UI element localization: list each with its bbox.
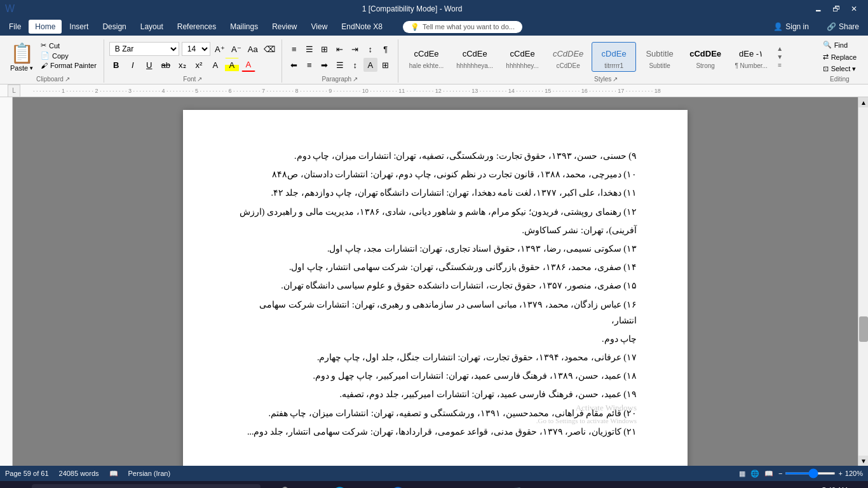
shading-button[interactable]: A	[363, 58, 377, 72]
cut-button[interactable]: ✂ Cut	[39, 41, 98, 50]
style-item-heading2[interactable]: cCdEe hhhhhhey...	[500, 42, 545, 72]
sort-button[interactable]: ↕	[363, 42, 377, 56]
decrease-indent-button[interactable]: ⇤	[333, 42, 347, 56]
justify-button[interactable]: ☰	[333, 58, 347, 72]
menu-item-review[interactable]: Review	[266, 20, 303, 34]
menu-item-layout[interactable]: Layout	[134, 20, 170, 34]
format-painter-button[interactable]: 🖌 Format Painter	[39, 61, 98, 70]
paste-button[interactable]: 📋 Paste ▼	[8, 41, 36, 73]
document-page[interactable]: ۹) حسنی، حسن، ۱۳۹۳، حقوق تجارت: ورشکستگی…	[183, 110, 688, 466]
line-spacing-button[interactable]: ↕	[348, 58, 362, 72]
font-expand-icon[interactable]: ↗	[197, 76, 202, 83]
ribbon-content: 📋 Paste ▼ ✂ Cut 📄 Copy	[0, 38, 868, 84]
style-item-italic[interactable]: cCdDEe cCdDEe	[546, 42, 590, 72]
multilevel-list-button[interactable]: ⊞	[318, 42, 332, 56]
strikethrough-button[interactable]: ab	[159, 58, 173, 72]
vertical-scrollbar[interactable]: ▲ ▼	[858, 97, 868, 466]
style-preview-subtitle: Subtitle	[646, 44, 673, 62]
replace-button[interactable]: ⇄ Replace	[819, 51, 860, 62]
decrease-font-button[interactable]: A⁻	[229, 42, 243, 56]
signin-button[interactable]: 👤 Sign in	[767, 20, 815, 34]
menu-item-insert[interactable]: Insert	[63, 20, 95, 34]
close-button[interactable]: ✕	[845, 0, 863, 18]
styles-expand-icon[interactable]: ↗	[613, 76, 618, 83]
scroll-down-icon[interactable]: ▼	[776, 53, 783, 60]
style-item-titrrr[interactable]: cDdEe titrrrrr1	[592, 42, 636, 72]
scroll-thumb[interactable]	[859, 316, 868, 342]
bold-button[interactable]: B	[109, 58, 123, 72]
border-button[interactable]: ⊞	[379, 58, 393, 72]
text-highlight-button[interactable]: A	[225, 58, 239, 72]
scroll-track[interactable]	[858, 107, 868, 456]
menu-item-references[interactable]: References	[171, 20, 222, 34]
menu-item-view[interactable]: View	[305, 20, 334, 34]
scroll-up-button[interactable]: ▲	[858, 97, 868, 107]
align-center-button[interactable]: ≡	[302, 58, 316, 72]
numbering-button[interactable]: ☰	[302, 42, 316, 56]
bullets-button[interactable]: ≡	[287, 42, 301, 56]
align-right-button[interactable]: ➡	[318, 58, 332, 72]
menu-item-design[interactable]: Design	[96, 20, 132, 34]
copy-button[interactable]: 📄 Copy	[39, 51, 98, 60]
font-color-button[interactable]: A	[241, 58, 255, 72]
change-case-button[interactable]: Aa	[246, 42, 260, 56]
increase-font-button[interactable]: A⁺	[213, 42, 227, 56]
tell-me-box[interactable]: 💡 Tell me what you want to do...	[403, 21, 522, 33]
taskbar-task-view-button[interactable]: 🗖	[296, 481, 324, 488]
taskbar-files-button[interactable]: 📁	[471, 481, 499, 488]
expand-styles-icon[interactable]: ≡	[778, 62, 782, 69]
paragraph-expand-icon[interactable]: ↗	[353, 76, 358, 83]
subscript-button[interactable]: x₂	[175, 58, 189, 72]
menu-item-endnote[interactable]: EndNote X8	[335, 20, 389, 34]
document-scroll[interactable]: ۹) حسنی، حسن، ۱۳۹۳، حقوق تجارت: ورشکستگی…	[13, 97, 858, 466]
select-button[interactable]: ⊡ Select ▾	[819, 64, 860, 74]
style-item-strong[interactable]: cCdDEe Strong	[683, 42, 728, 72]
word-count: 24085 words	[59, 470, 99, 477]
font-size-select[interactable]: 14	[182, 42, 210, 56]
view-read-icon[interactable]: 📖	[764, 470, 773, 478]
editing-label: Editing	[819, 74, 860, 83]
clipboard-expand-icon[interactable]: ↗	[65, 76, 70, 83]
taskbar-telegram-button[interactable]: ✈	[530, 481, 558, 488]
menu-item-file[interactable]: File	[3, 20, 27, 34]
view-web-icon[interactable]: 🌐	[750, 470, 759, 478]
taskbar-chrome-button[interactable]: 🔵	[384, 481, 412, 488]
style-item-heading1[interactable]: cCdEe hhhhhheya...	[451, 42, 499, 72]
font-name-select[interactable]: B Zar	[109, 42, 179, 56]
minimize-button[interactable]: 🗕	[810, 0, 827, 18]
doc-line: ۱۴) صفری، محمد، ۱۳۸۶، حقوق بازرگانی ورشک…	[234, 259, 637, 275]
zoom-out-button[interactable]: −	[778, 470, 782, 477]
style-item-subtitle[interactable]: Subtitle Subtitle	[637, 42, 682, 72]
scroll-up-icon[interactable]: ▲	[776, 45, 783, 52]
italic-button[interactable]: I	[126, 58, 140, 72]
taskbar-edge-button[interactable]: 🌐	[325, 481, 353, 488]
increase-indent-button[interactable]: ⇥	[348, 42, 362, 56]
style-item-normal[interactable]: cCdEe hale ekhte...	[403, 42, 449, 72]
zoom-slider[interactable]	[785, 472, 836, 475]
find-button[interactable]: 🔍 Find	[819, 39, 860, 50]
restore-button[interactable]: 🗗	[827, 0, 845, 18]
align-left-button[interactable]: ⬅	[287, 58, 301, 72]
underline-button[interactable]: U	[142, 58, 156, 72]
windows-start-button[interactable]: ⊞	[3, 481, 31, 488]
taskbar-cortana-button[interactable]: 🎤	[267, 481, 295, 488]
format-painter-icon: 🖌	[41, 62, 48, 69]
share-button[interactable]: 🔗 Share	[820, 20, 865, 34]
show-marks-button[interactable]: ¶	[379, 42, 393, 56]
text-effect-button[interactable]: A	[208, 58, 222, 72]
menu-item-mailings[interactable]: Mailings	[224, 20, 264, 34]
superscript-button[interactable]: x²	[192, 58, 206, 72]
scroll-down-button[interactable]: ▼	[858, 456, 868, 466]
taskbar-search[interactable]: 🔍 Type here to search	[32, 484, 261, 488]
taskbar-word-button[interactable]: W	[413, 481, 441, 488]
clear-format-button[interactable]: ⌫	[262, 42, 276, 56]
doc-line: ۱۰) دمیرچی، محمد، ۱۳۸۸، قانون تجارت در ن…	[234, 166, 637, 182]
taskbar-excel-button[interactable]: X	[442, 481, 470, 488]
menu-item-home[interactable]: Home	[29, 20, 62, 34]
view-print-icon[interactable]: ▦	[739, 470, 745, 478]
zoom-in-button[interactable]: +	[838, 470, 842, 477]
taskbar-music-button[interactable]: 🎵	[501, 481, 529, 488]
taskbar-store-button[interactable]: 🛍	[355, 481, 383, 488]
style-item-number[interactable]: dEe -١ ¶ Number...	[729, 42, 773, 72]
styles-scroll-buttons[interactable]: ▲ ▼ ≡	[775, 45, 785, 69]
